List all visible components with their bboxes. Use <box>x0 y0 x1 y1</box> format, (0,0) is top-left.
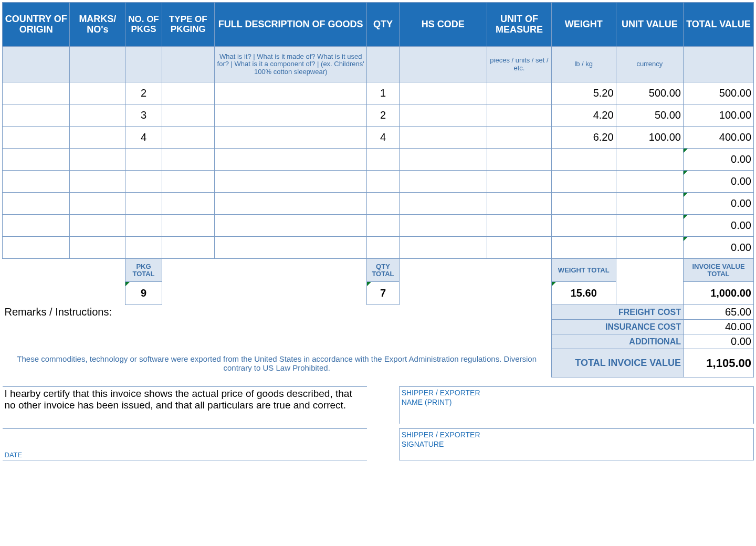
cell-hs[interactable] <box>399 237 487 259</box>
cell-qty[interactable]: 4 <box>367 127 399 149</box>
total-invoice-value[interactable]: 1,105.00 <box>683 349 753 377</box>
cell-marks[interactable] <box>70 127 125 149</box>
cell-qty[interactable] <box>367 149 399 171</box>
cell-weight[interactable] <box>551 193 616 215</box>
cell-totalval[interactable]: 0.00 <box>683 215 753 237</box>
cell-totalval[interactable]: 500.00 <box>683 82 753 104</box>
cell-marks[interactable] <box>70 215 125 237</box>
cell-hs[interactable] <box>399 127 487 149</box>
cell-uom[interactable] <box>487 237 552 259</box>
cell-uom[interactable] <box>487 149 552 171</box>
cell-unitval[interactable] <box>616 193 683 215</box>
cell-totalval[interactable]: 0.00 <box>683 237 753 259</box>
cell-pkgs[interactable] <box>125 237 162 259</box>
cell-marks[interactable] <box>70 171 125 193</box>
cell-marks[interactable] <box>70 237 125 259</box>
cell-unitval[interactable] <box>616 171 683 193</box>
hint-cell[interactable] <box>125 47 162 82</box>
additional-value[interactable]: 0.00 <box>683 334 753 349</box>
cell-desc[interactable] <box>215 215 367 237</box>
cell-hs[interactable] <box>399 82 487 104</box>
cell-hs[interactable] <box>399 215 487 237</box>
cell-desc[interactable] <box>215 82 367 104</box>
hint-uom[interactable]: pieces / units / set / etc. <box>487 47 552 82</box>
cell-qty[interactable]: 2 <box>367 104 399 127</box>
cell-unitval[interactable]: 50.00 <box>616 104 683 127</box>
pkg-total[interactable]: 9 <box>125 282 162 305</box>
hint-cell[interactable] <box>367 47 399 82</box>
hint-cell[interactable] <box>399 47 487 82</box>
cell-pkgs[interactable] <box>125 171 162 193</box>
cell-uom[interactable] <box>487 193 552 215</box>
shipper-signature-box[interactable]: SHIPPER / EXPORTER SIGNATURE <box>399 429 753 460</box>
cell-unitval[interactable] <box>616 149 683 171</box>
cell-weight[interactable] <box>551 215 616 237</box>
cell-totalval[interactable]: 100.00 <box>683 104 753 127</box>
cell-qty[interactable] <box>367 193 399 215</box>
cell-country[interactable] <box>3 127 70 149</box>
cell-pkgs[interactable] <box>125 193 162 215</box>
remarks-label[interactable]: Remarks / Instructions: <box>3 305 552 349</box>
cell-country[interactable] <box>3 193 70 215</box>
cell-marks[interactable] <box>70 193 125 215</box>
cell-qty[interactable] <box>367 237 399 259</box>
cell-uom[interactable] <box>487 82 552 104</box>
qty-total[interactable]: 7 <box>367 282 399 305</box>
hint-weight[interactable]: lb / kg <box>551 47 616 82</box>
cell-uom[interactable] <box>487 127 552 149</box>
cell-pkgs[interactable]: 2 <box>125 82 162 104</box>
cell-desc[interactable] <box>215 237 367 259</box>
hint-cell[interactable] <box>3 47 70 82</box>
weight-total[interactable]: 15.60 <box>551 282 616 305</box>
cell-totalval[interactable]: 400.00 <box>683 127 753 149</box>
cell-unitval[interactable]: 500.00 <box>616 82 683 104</box>
cell-pkging[interactable] <box>162 215 214 237</box>
cell-totalval[interactable]: 0.00 <box>683 149 753 171</box>
cell-weight[interactable]: 4.20 <box>551 104 616 127</box>
cell-uom[interactable] <box>487 171 552 193</box>
cell-pkging[interactable] <box>162 127 214 149</box>
insurance-value[interactable]: 40.00 <box>683 320 753 334</box>
cell-pkging[interactable] <box>162 82 214 104</box>
cell-unitval[interactable]: 100.00 <box>616 127 683 149</box>
cell-pkgs[interactable] <box>125 215 162 237</box>
cell-unitval[interactable] <box>616 237 683 259</box>
hint-unitval[interactable]: currency <box>616 47 683 82</box>
cell-marks[interactable] <box>70 82 125 104</box>
hint-cell[interactable] <box>683 47 753 82</box>
cell-weight[interactable]: 6.20 <box>551 127 616 149</box>
hint-cell[interactable] <box>162 47 214 82</box>
cell-qty[interactable] <box>367 215 399 237</box>
cell-country[interactable] <box>3 104 70 127</box>
cell-totalval[interactable]: 0.00 <box>683 193 753 215</box>
cell-desc[interactable] <box>215 193 367 215</box>
cell-weight[interactable] <box>551 149 616 171</box>
cell-pkging[interactable] <box>162 149 214 171</box>
cell-qty[interactable]: 1 <box>367 82 399 104</box>
cell-marks[interactable] <box>70 149 125 171</box>
cell-qty[interactable] <box>367 171 399 193</box>
cell-hs[interactable] <box>399 171 487 193</box>
cell-country[interactable] <box>3 149 70 171</box>
cell-hs[interactable] <box>399 104 487 127</box>
cell-pkgs[interactable]: 3 <box>125 104 162 127</box>
cell-uom[interactable] <box>487 215 552 237</box>
cell-desc[interactable] <box>215 127 367 149</box>
cell-desc[interactable] <box>215 149 367 171</box>
cell-hs[interactable] <box>399 193 487 215</box>
cell-desc[interactable] <box>215 104 367 127</box>
cell-pkging[interactable] <box>162 104 214 127</box>
cell-pkging[interactable] <box>162 237 214 259</box>
hint-cell[interactable] <box>70 47 125 82</box>
invval-total[interactable]: 1,000.00 <box>683 282 753 305</box>
freight-value[interactable]: 65.00 <box>683 305 753 320</box>
cell-pkging[interactable] <box>162 193 214 215</box>
shipper-name-box[interactable]: SHIPPER / EXPORTER NAME (PRINT) <box>399 387 753 424</box>
cell-totalval[interactable]: 0.00 <box>683 171 753 193</box>
hint-desc[interactable]: What is it? | What is it made of? What i… <box>215 47 367 82</box>
cell-desc[interactable] <box>215 171 367 193</box>
cell-country[interactable] <box>3 171 70 193</box>
cell-pkging[interactable] <box>162 171 214 193</box>
cell-country[interactable] <box>3 237 70 259</box>
cell-weight[interactable]: 5.20 <box>551 82 616 104</box>
